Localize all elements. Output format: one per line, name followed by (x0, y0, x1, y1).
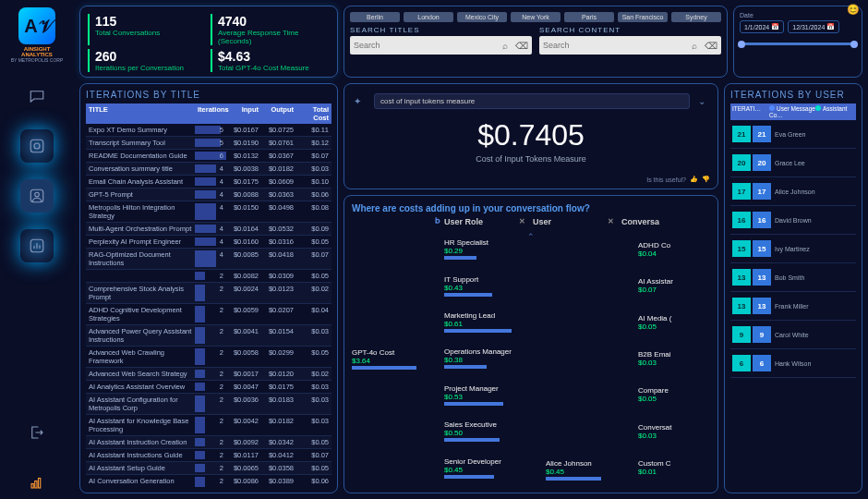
search-content-label: SEARCH CONTENT (539, 26, 721, 34)
close-icon[interactable]: ✕ (608, 217, 614, 225)
svg-rect-7 (39, 479, 41, 489)
table-header[interactable]: TITLE Iterations Input Output Total Cost (86, 103, 332, 124)
iter-user-row[interactable]: 2121Eva Green (730, 120, 856, 149)
date-panel: 😊 Date 1/1/2024 📅 12/31/2024 📅 (733, 6, 862, 78)
table-row[interactable]: ADHD Cognitive Development Strategies2$0… (86, 304, 332, 325)
svg-point-1 (34, 143, 40, 149)
chevron-down-icon[interactable]: ⌄ (695, 96, 708, 106)
sankey-role[interactable]: Project Manager$0.53 (444, 384, 536, 406)
svg-point-3 (35, 192, 40, 197)
iter-user-row[interactable]: 1313Frank Miller (730, 292, 856, 321)
table-row[interactable]: Multi-Agent Orchestration Prompt4$0.0164… (86, 223, 332, 236)
date-from[interactable]: 1/1/2024 📅 (740, 20, 784, 33)
kpi-panel: 115Total Conversations 4740Average Respo… (79, 6, 338, 78)
sankey-role[interactable]: HR Specialist$0.29 (444, 238, 536, 260)
search-icon[interactable]: ⌕ (502, 41, 515, 51)
thumbs-down-icon[interactable]: 👎 (702, 176, 710, 183)
sankey-role[interactable]: Senior Developer$0.45 (444, 457, 536, 479)
clear-icon[interactable]: ⌫ (515, 41, 528, 51)
table-row[interactable]: 2$0.0082$0.0309$0.05 (86, 270, 332, 283)
sankey-role[interactable]: Sales Executive$0.50 (444, 420, 536, 442)
sankey-role[interactable]: Marketing Lead$0.61 (444, 311, 536, 333)
location-chip[interactable]: Mexico City (457, 12, 507, 22)
location-chip[interactable]: San Francisco (618, 12, 668, 22)
sankey-conv[interactable]: Compare$0.05 (638, 386, 710, 403)
nav-bars-icon[interactable] (20, 466, 54, 499)
emoji-icon: 😊 (847, 4, 860, 16)
table-row[interactable]: Expo XT Demo Summary5$0.0167$0.0725$0.11 (86, 124, 332, 137)
iterations-by-title-panel: ITERATIONS BY TITLE TITLE Iterations Inp… (79, 83, 338, 493)
iter-user-row[interactable]: 1515Ivy Martinez (730, 235, 856, 263)
sankey-root[interactable]: GPT-4o Cost$3.64 (352, 348, 435, 370)
table-row[interactable]: AI Assistant for Knowledge Base Processi… (86, 415, 332, 436)
table-row[interactable]: AI Analytics Assistant Overview2$0.0047$… (86, 381, 332, 394)
iter-user-row[interactable]: 2020Grace Lee (730, 149, 856, 177)
iter-user-row[interactable]: 66Hank Wilson (730, 349, 856, 378)
location-chip[interactable]: Sydney (671, 12, 721, 22)
table-row[interactable]: Transcript Summary Tool5$0.0190$0.0761$0… (86, 137, 332, 150)
svg-rect-5 (31, 484, 33, 489)
search-icon[interactable]: ⌕ (692, 41, 705, 51)
search-panel: BerlinLondonMexico CityNew YorkParisSan … (344, 6, 728, 78)
table-row[interactable]: AI Assistant Configuration for Metropoli… (86, 394, 332, 415)
table-row[interactable]: AI Conversation Generation Guidelines2$0… (86, 475, 332, 487)
table-row[interactable]: Metropolis Hilton Integration Strategy4$… (86, 201, 332, 223)
sparkle-icon: ✦ (354, 96, 368, 106)
table-row[interactable]: Advanced Web Crawling Framework2$0.0058$… (86, 347, 332, 368)
iter-user-header: ITERATI… User Message Co… Assistant (730, 103, 856, 120)
sankey-user[interactable]: Alice Johnson$0.45 (546, 459, 629, 481)
search-content-input[interactable] (543, 41, 692, 50)
table-row[interactable]: Perplexity AI Prompt Engineer4$0.0160$0.… (86, 236, 332, 249)
date-to[interactable]: 12/31/2024 📅 (788, 20, 839, 33)
sankey-conv[interactable]: B2B Emai$0.03 (638, 350, 710, 367)
iter-user-row[interactable]: 1616David Brown (730, 206, 856, 235)
table-row[interactable]: Advanced Power Query Assistant Instructi… (86, 325, 332, 347)
nav-chat-icon[interactable] (20, 79, 54, 113)
iter-user-row[interactable]: 1313Bob Smith (730, 263, 856, 292)
thumbs-up-icon[interactable]: 👍 (690, 176, 698, 183)
table-row[interactable]: AI Assistant Instructions Guide2$0.0117$… (86, 449, 332, 462)
table-row[interactable]: Email Chain Analysis Assistant4$0.0175$0… (86, 176, 332, 189)
date-slider[interactable] (740, 43, 856, 45)
iterations-by-user-panel: ITERATIONS BY USER ITERATI… User Message… (724, 83, 862, 493)
table-row[interactable]: AI Assistant Instruction Creation2$0.009… (86, 436, 332, 449)
slider-handle-left[interactable] (738, 41, 745, 48)
close-icon[interactable]: ✕ (519, 217, 525, 225)
metric-query-input[interactable] (374, 93, 690, 109)
sankey-conv[interactable]: Conversat$0.03 (638, 423, 710, 440)
table-row[interactable]: Advanced Web Search Strategy2$0.0017$0.0… (86, 368, 332, 381)
clear-icon[interactable]: ⌫ (705, 41, 717, 51)
location-chip[interactable]: Berlin (350, 12, 400, 22)
svg-rect-0 (30, 140, 43, 152)
nav-chart-icon[interactable] (20, 229, 54, 262)
logo: AINSIGHT ANALYTICS BY METROPOLIS CORP (9, 7, 65, 63)
location-chip[interactable]: London (404, 12, 453, 22)
kpi-value: 115 (95, 14, 207, 29)
table-row[interactable]: RAG-Optimized Document Instructions4$0.0… (86, 249, 332, 270)
sankey-conv[interactable]: AI Media ($0.05 (638, 314, 710, 331)
sankey-conv[interactable]: ADHD Co$0.04 (638, 241, 710, 258)
iter-user-row[interactable]: 1717Alice Johnson (730, 177, 856, 206)
table-row[interactable]: README Documentation Guide6$0.0132$0.036… (86, 150, 332, 163)
sankey-conv[interactable]: AI Assistar$0.07 (638, 277, 710, 294)
table-row[interactable]: GPT-5 Prompt4$0.0088$0.0363$0.06 (86, 189, 332, 201)
location-chip[interactable]: New York (511, 12, 561, 22)
sankey-role[interactable]: Operations Manager$0.38 (444, 347, 536, 369)
search-titles-input[interactable] (354, 41, 502, 50)
search-titles-label: SEARCH TITLES (350, 26, 532, 34)
table-row[interactable]: Comprehensive Stock Analysis Prompt2$0.0… (86, 283, 332, 304)
iter-user-row[interactable]: 99Carol White (730, 321, 856, 349)
nav-logout-icon[interactable] (20, 416, 54, 449)
sidebar: AINSIGHT ANALYTICS BY METROPOLIS CORP (0, 0, 74, 499)
nav-user-icon[interactable] (20, 179, 54, 213)
flow-card: Where are costs adding up in your conver… (344, 195, 718, 493)
nav-instagram-icon[interactable] (20, 129, 54, 163)
sankey-conv[interactable]: Custom C$0.01 (638, 459, 710, 476)
sankey-role[interactable]: IT Support$0.43 (444, 275, 536, 297)
metric-value: $0.7405 (477, 118, 585, 152)
table-row[interactable]: AI Assistant Setup Guide2$0.0065$0.0358$… (86, 462, 332, 475)
table-row[interactable]: Conversation summary title4$0.0038$0.018… (86, 163, 332, 176)
slider-handle-right[interactable] (850, 41, 858, 48)
svg-rect-6 (35, 481, 37, 489)
location-chip[interactable]: Paris (564, 12, 614, 22)
